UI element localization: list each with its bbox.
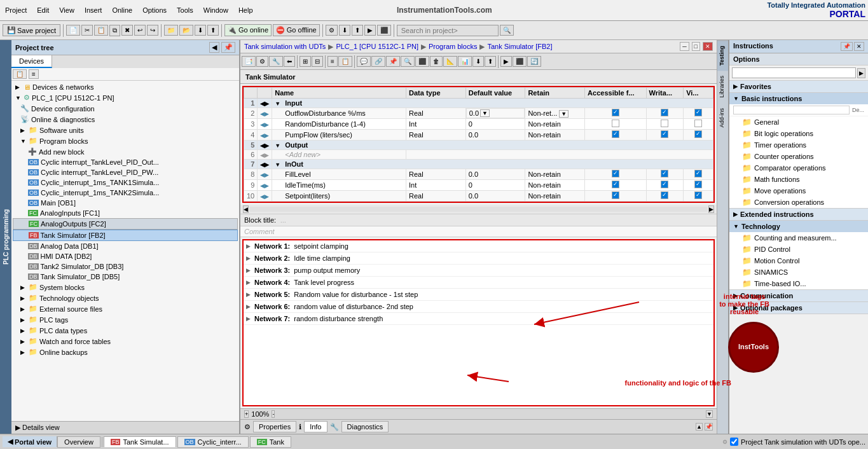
checkbox-visible[interactable] (694, 170, 702, 177)
dropdown-btn[interactable]: ▼ (480, 109, 490, 117)
overview-tab[interactable]: Overview (57, 436, 100, 448)
details-view-toggle[interactable]: ▶ Details view (11, 421, 239, 434)
tree-item-main[interactable]: OB Main [OB1] (13, 198, 238, 208)
bottom-tab-tank[interactable]: FC Tank (250, 436, 291, 448)
network-item-3[interactable]: ▶Network 3:pump output memory (244, 265, 713, 277)
editor-btn-3[interactable]: 🔧 (269, 56, 283, 67)
checkbox-writable[interactable] (661, 181, 668, 188)
basic-instructions-header[interactable]: ▼ Basic instructions (729, 93, 868, 104)
cell-name[interactable]: PumpFlow (liters/sec) (272, 130, 406, 141)
toolbar-btn-7[interactable]: ⬇ (195, 25, 206, 36)
testing-side-tab[interactable]: Testing (717, 40, 728, 71)
editor-btn-14[interactable]: ▶ (500, 56, 512, 67)
cell-type[interactable]: Real (406, 169, 466, 180)
checkbox-accessible[interactable] (612, 181, 619, 188)
zoom-dropdown-btn[interactable]: ▼ (706, 410, 713, 418)
technology-header[interactable]: ▼ Technology (729, 221, 868, 232)
network-item-1[interactable]: ▶Network 1:setpoint clamping (244, 240, 713, 252)
instr-pin-btn[interactable]: 📌 (841, 42, 853, 51)
tree-item-online-backups[interactable]: ▶ 📁 Online backups (13, 347, 238, 357)
tree-item-system-blocks[interactable]: ▶ 📁 System blocks (13, 282, 238, 293)
menu-view[interactable]: View (57, 5, 77, 15)
tree-item-add-block[interactable]: ➕ Add new block (13, 146, 238, 157)
editor-btn-2[interactable]: ⚙ (256, 56, 268, 67)
network-item-5[interactable]: ▶Network 5:Random value for disturbance … (244, 289, 713, 301)
tree-item-program-blocks[interactable]: ▼ 📁 Program blocks (13, 135, 238, 146)
tree-item-analog-outputs[interactable]: FC AnalogOutputs [FC2] (13, 218, 238, 230)
cell-type[interactable]: Real (406, 108, 466, 119)
prop-pin-btn[interactable]: 📌 (705, 423, 713, 431)
breadcrumb-item-3[interactable]: Program blocks (429, 43, 477, 50)
instr-item-sinamics[interactable]: 📁 SINAMICS (729, 266, 868, 278)
editor-btn-1[interactable]: 📑 (242, 56, 256, 67)
editor-btn-11[interactable]: 📊 (458, 56, 472, 67)
properties-tab[interactable]: Properties (253, 421, 296, 432)
communication-header[interactable]: ▶ Communication (729, 290, 868, 301)
toolbar-btn-3[interactable]: 📋 (94, 25, 108, 36)
tree-item-tank2-sim[interactable]: DB Tank2 Simulator_DB [DB3] (13, 261, 238, 272)
tree-item-cyclic4[interactable]: OB Cyclic_interrupt_1ms_TANK2Simula... (13, 188, 238, 198)
cell-name[interactable]: IdleTime(ms) (272, 180, 406, 191)
checkbox-visible[interactable] (694, 130, 702, 138)
maximize-button[interactable]: □ (692, 42, 700, 51)
cell-default[interactable]: 0.0 (465, 130, 525, 141)
menu-project[interactable]: Project (3, 5, 29, 15)
stop-button[interactable]: ⬛ (377, 25, 391, 36)
extended-instructions-header[interactable]: ▶ Extended instructions (729, 209, 868, 220)
tree-item-plc-tags[interactable]: ▶ 📁 PLC tags (13, 314, 238, 325)
checkbox-accessible[interactable] (612, 170, 619, 177)
start-button[interactable]: ▶ (364, 25, 376, 36)
tree-item-tank-sim-db[interactable]: DB Tank Simulator_DB [DB5] (13, 272, 238, 282)
tree-item-external-sources[interactable]: ▶ 📁 External source files (13, 303, 238, 314)
editor-btn-comment[interactable]: 💬 (357, 56, 371, 67)
editor-btn-5[interactable]: 📋 (338, 56, 352, 67)
search-button[interactable]: 🔍 (500, 25, 514, 36)
toolbar-btn-6[interactable]: 📂 (179, 25, 193, 36)
info-tab[interactable]: Info (304, 421, 327, 432)
add-new-cell[interactable]: <Add new> (272, 150, 406, 160)
tree-item-software-units[interactable]: ▶ 📁 Software units (13, 125, 238, 135)
search-input[interactable] (397, 25, 499, 36)
editor-btn-6[interactable]: 📌 (386, 56, 400, 67)
editor-btn-ref[interactable]: 🔗 (371, 56, 385, 67)
cell-name[interactable]: OutflowDisturbance %/ms (272, 108, 406, 119)
cell-name[interactable]: Setpoint(liters) (272, 191, 406, 202)
instr-item-counter[interactable]: 📁 Counter operations (729, 151, 868, 162)
editor-btn-4[interactable]: ⬅ (284, 56, 295, 67)
expand-icon-plc[interactable]: ▼ (15, 95, 22, 101)
checkbox-writable[interactable] (661, 120, 668, 127)
checkbox-visible[interactable] (694, 181, 702, 188)
network-item-7[interactable]: ▶Network 7:random disturbance strength (244, 313, 713, 325)
instr-item-time-based[interactable]: 📁 Time-based IO... (729, 278, 868, 289)
close-button[interactable]: ✕ (703, 42, 713, 51)
checkbox-accessible[interactable] (612, 130, 619, 138)
checkbox-writable[interactable] (661, 109, 668, 116)
instructions-search-input[interactable] (732, 67, 856, 78)
tree-item-plc-data-types[interactable]: ▶ 📁 PLC data types (13, 325, 238, 336)
editor-btn-7[interactable]: 🔍 (401, 56, 415, 67)
project-checkbox[interactable] (730, 438, 738, 446)
tree-pin-button[interactable]: 📌 (221, 42, 235, 53)
bottom-tab-tank-sim[interactable]: FB Tank Simulat... (104, 436, 176, 447)
editor-btn-12[interactable]: ⬇ (472, 56, 484, 67)
search-clear-btn[interactable]: ▶ (857, 68, 865, 78)
menu-tools[interactable]: Tools (174, 5, 196, 15)
expand-input-icon[interactable]: ▼ (275, 100, 280, 107)
editor-btn-collapse[interactable]: ⊟ (312, 56, 323, 67)
toolbar-btn-copy[interactable]: ⧉ (109, 25, 120, 36)
network-item-6[interactable]: ▶Network 6:random value of disturbance- … (244, 301, 713, 313)
instr-item-move[interactable]: 📁 Move operations (729, 185, 868, 197)
cell-default[interactable]: 0 (465, 119, 525, 130)
go-offline-button[interactable]: ⛔ Go offline (273, 24, 320, 36)
menu-insert[interactable]: Insert (82, 5, 105, 15)
tree-collapse-button[interactable]: ◀ (209, 42, 219, 53)
cell-type[interactable]: Int (406, 180, 466, 191)
diagnostics-tab[interactable]: Diagnostics (341, 421, 389, 432)
toolbar-btn-delete[interactable]: ✖ (121, 25, 133, 36)
checkbox-writable[interactable] (661, 191, 668, 199)
network-item-2[interactable]: ▶Network 2:Idle time clamping (244, 252, 713, 265)
cell-name[interactable]: RandomDisturbance (1-4) (272, 119, 406, 130)
go-online-button[interactable]: 🔌 Go online (224, 24, 272, 36)
scroll-left-btn[interactable]: ◀ (243, 205, 249, 213)
tree-content[interactable]: ▶ 🖥 Devices & networks ▼ ⚙ PLC_1 [CPU 15… (11, 81, 239, 421)
